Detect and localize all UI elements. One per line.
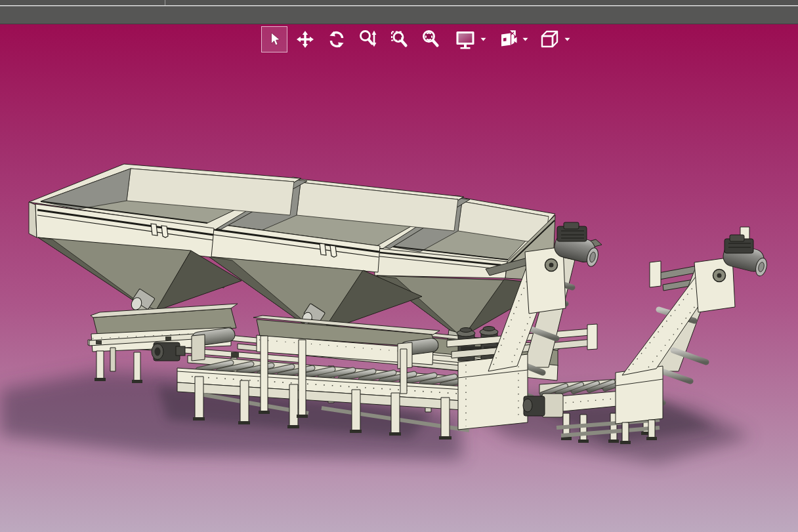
- top-toolbar-area: [0, 0, 798, 24]
- pan-button[interactable]: [293, 27, 318, 52]
- rotate-arrows-icon: [327, 30, 346, 49]
- chevron-down-icon: [522, 37, 528, 41]
- chevron-down-icon: [564, 37, 570, 41]
- zoom-in-out-button[interactable]: [356, 27, 381, 52]
- transfer-conveyor-motor[interactable]: [523, 394, 563, 417]
- toolbar-separator-shadow: [0, 6, 798, 7]
- select-button[interactable]: [262, 27, 287, 52]
- view-toolbar: [262, 27, 577, 53]
- zoom-fit-button[interactable]: [419, 27, 444, 52]
- toolbar-bottom-edge: [0, 24, 798, 24]
- graphics-viewport[interactable]: [0, 24, 798, 532]
- cube-icon: [538, 30, 559, 49]
- reset-view-button[interactable]: [495, 27, 520, 52]
- zoom-area-button[interactable]: [387, 27, 412, 52]
- magnifier-fit-icon: [421, 30, 441, 49]
- application-window: [0, 0, 798, 532]
- reset-view-dropdown[interactable]: [521, 27, 529, 52]
- feeder-1-motor[interactable]: [152, 342, 185, 361]
- cursor-arrow-icon: [266, 31, 283, 48]
- rotate-button[interactable]: [324, 27, 349, 52]
- menu-strip-divider: [165, 0, 165, 5]
- viewport-3d-model[interactable]: [0, 24, 798, 532]
- full-screen-button[interactable]: [453, 27, 478, 52]
- chevron-down-icon: [480, 37, 486, 41]
- view-orientation-button[interactable]: [536, 27, 561, 52]
- magnifier-updown-icon: [358, 30, 378, 49]
- elevator-1-motor[interactable]: [557, 222, 587, 241]
- menu-strip: [0, 0, 798, 5]
- monitor-icon: [455, 30, 476, 49]
- magnifier-marquee-icon: [390, 30, 410, 49]
- view-orientation-dropdown[interactable]: [563, 27, 571, 52]
- pan-arrows-icon: [296, 30, 314, 49]
- box-with-arrows-icon: [497, 30, 518, 49]
- full-screen-dropdown[interactable]: [479, 27, 487, 52]
